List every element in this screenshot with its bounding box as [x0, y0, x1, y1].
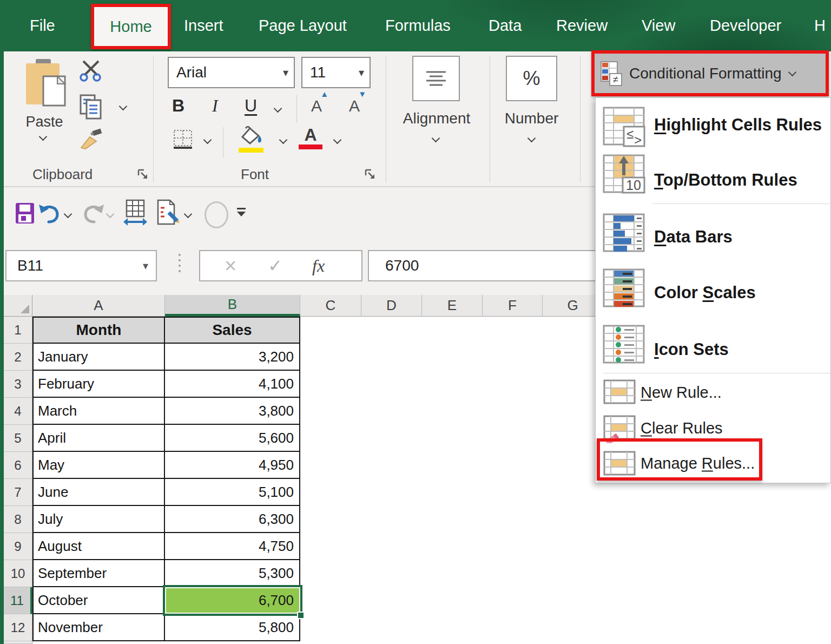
fill-handle[interactable] [297, 612, 305, 619]
enter-button[interactable]: ✓ [268, 255, 282, 276]
menu-item-color-scales[interactable]: Color Scales [654, 283, 756, 303]
menu-item-highlight-cells-rules[interactable]: Highlight Cells Rules [654, 115, 822, 135]
cell-a11[interactable]: October [32, 587, 165, 614]
tab-insert[interactable]: Insert [184, 0, 223, 51]
row-header-5[interactable]: 5 [4, 425, 32, 452]
redo-button-disabled[interactable] [81, 203, 105, 226]
conditional-formatting-button-red-highlight[interactable]: ≠ Conditional Formatting [591, 50, 829, 96]
borders-dropdown-chevron[interactable] [203, 136, 212, 144]
cell-b7[interactable]: 5,100 [165, 479, 300, 506]
undo-dropdown-chevron[interactable] [64, 210, 72, 219]
insert-function-button[interactable]: fx [312, 256, 325, 276]
row-header-9[interactable]: 9 [4, 533, 32, 560]
row-header-4[interactable]: 4 [4, 398, 32, 425]
cell-a3[interactable]: February [32, 371, 165, 398]
tab-home-active-red-highlight[interactable]: Home [91, 4, 171, 49]
cell-a6[interactable]: May [32, 452, 165, 479]
bold-button[interactable]: B [172, 96, 184, 116]
cell-b4[interactable]: 3,800 [165, 398, 300, 425]
cell-a7[interactable]: June [32, 479, 165, 506]
row-header-3[interactable]: 3 [4, 371, 32, 398]
row-header-8[interactable]: 8 [4, 506, 32, 533]
tab-developer[interactable]: Developer [710, 0, 781, 51]
cell-a10[interactable]: September [32, 560, 165, 587]
cell-b5[interactable]: 5,600 [165, 425, 300, 452]
format-painter-button[interactable] [79, 128, 104, 152]
cell-a2[interactable]: January [32, 344, 165, 371]
font-color-button[interactable]: A [299, 126, 322, 149]
cell-b11-selected-highlighted[interactable]: 6,700 [165, 587, 300, 614]
cell-a5[interactable]: April [32, 425, 165, 452]
name-box-arrow[interactable]: ▾ [143, 259, 148, 272]
cell-a9[interactable]: August [32, 533, 165, 560]
menu-item-new-rule[interactable]: New Rule... [641, 384, 722, 402]
cell-b9[interactable]: 4,750 [165, 533, 300, 560]
cell-b12[interactable]: 5,800 [165, 614, 300, 641]
fill-color-dropdown-chevron[interactable] [279, 136, 288, 144]
row-header-2[interactable]: 2 [4, 344, 32, 371]
row-header-12[interactable]: 12 [4, 614, 32, 641]
cell-b6[interactable]: 4,950 [165, 452, 300, 479]
clipboard-dialog-launcher[interactable] [136, 168, 149, 183]
column-header-e[interactable]: E [422, 295, 483, 317]
row-header-10[interactable]: 10 [4, 560, 32, 587]
row-header-13-partial[interactable] [4, 641, 32, 644]
cell-a8[interactable]: July [32, 506, 165, 533]
cell-a12[interactable]: November [32, 614, 165, 641]
cancel-button[interactable]: × [225, 255, 236, 276]
shape-circle-button[interactable] [205, 201, 228, 228]
tab-view[interactable]: View [642, 0, 675, 51]
underline-button[interactable]: U [245, 96, 257, 116]
cell-a4[interactable]: March [32, 398, 165, 425]
tab-help-partial[interactable]: H [814, 0, 826, 51]
underline-dropdown-chevron[interactable] [274, 104, 282, 113]
alignment-group-button[interactable] [412, 56, 460, 101]
row-header-1[interactable]: 1 [4, 317, 32, 344]
column-header-b-selected[interactable]: B [165, 295, 300, 317]
paste-button[interactable] [22, 58, 68, 112]
increase-font-size-button[interactable]: A▲ [311, 97, 322, 115]
menu-item-clear-rules[interactable]: Clear Rules [641, 419, 723, 437]
cell-b8[interactable]: 6,300 [165, 506, 300, 533]
cut-button[interactable] [79, 60, 103, 84]
font-dialog-launcher[interactable] [364, 168, 377, 183]
alignment-expand-chevron[interactable] [432, 134, 440, 143]
cell-a1[interactable]: Month [32, 317, 165, 344]
tab-data[interactable]: Data [489, 0, 522, 51]
cell-b2[interactable]: 3,200 [165, 344, 300, 371]
copy-dropdown-chevron[interactable] [119, 102, 128, 111]
select-all-corner[interactable] [4, 295, 32, 317]
copy-button[interactable] [79, 94, 103, 122]
save-button[interactable] [15, 202, 35, 226]
formula-bar-resizer[interactable] [179, 254, 181, 272]
borders-button[interactable] [172, 128, 194, 152]
column-header-a[interactable]: A [32, 295, 165, 317]
cell-b10[interactable]: 5,300 [165, 560, 300, 587]
column-header-c[interactable]: C [300, 295, 361, 317]
font-name-combo[interactable]: Arial▾ [168, 57, 295, 88]
menu-item-icon-sets[interactable]: Icon Sets [654, 340, 729, 359]
tab-page-layout[interactable]: Page Layout [259, 0, 347, 51]
row-header-7[interactable]: 7 [4, 479, 32, 506]
tab-review[interactable]: Review [556, 0, 608, 51]
cell-b3[interactable]: 4,100 [165, 371, 300, 398]
row-header-6[interactable]: 6 [4, 452, 32, 479]
column-header-f[interactable]: F [483, 295, 543, 317]
decrease-font-size-button[interactable]: A▼ [349, 97, 360, 115]
tab-file[interactable]: File [30, 0, 55, 51]
italic-button[interactable]: I [212, 96, 218, 116]
paste-dropdown-chevron[interactable] [39, 133, 48, 141]
fit-column-width-button[interactable] [123, 199, 147, 228]
edit-document-dropdown-chevron[interactable] [184, 210, 193, 219]
column-header-g[interactable]: G [543, 295, 603, 317]
number-group-button[interactable]: % [506, 56, 557, 101]
number-expand-chevron[interactable] [527, 134, 536, 143]
font-color-dropdown-chevron[interactable] [333, 136, 342, 144]
menu-item-top-bottom-rules[interactable]: Top/Bottom Rules [654, 170, 797, 190]
undo-button[interactable] [38, 203, 62, 226]
tab-formulas[interactable]: Formulas [385, 0, 451, 51]
name-box[interactable]: B11 ▾ [5, 250, 157, 281]
edit-document-button[interactable] [156, 199, 180, 228]
menu-item-manage-rules[interactable]: Manage Rules... [641, 455, 755, 472]
row-header-11-selected[interactable]: 11 [4, 587, 32, 614]
